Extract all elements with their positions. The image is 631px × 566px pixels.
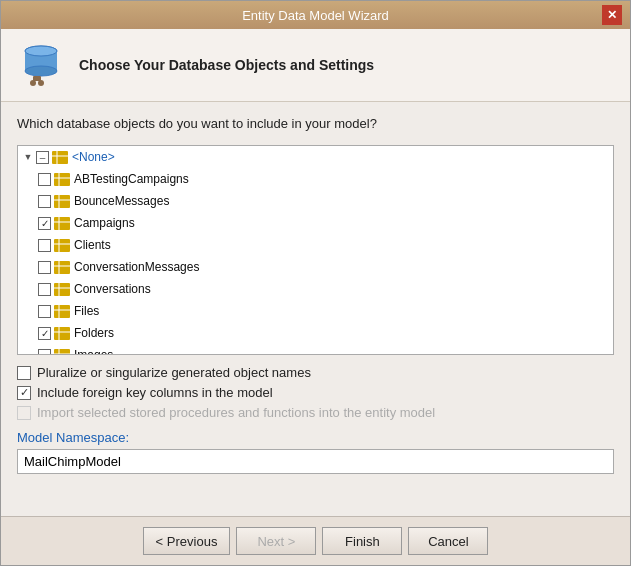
table-icon bbox=[54, 283, 70, 296]
tree-item[interactable]: ConversationMessages bbox=[18, 256, 613, 278]
item-checkbox[interactable] bbox=[38, 283, 51, 296]
table-icon bbox=[54, 261, 70, 274]
foreign-keys-option[interactable]: Include foreign key columns in the model bbox=[17, 385, 614, 400]
finish-button[interactable]: Finish bbox=[322, 527, 402, 555]
tree-item[interactable]: Conversations bbox=[18, 278, 613, 300]
item-name: Images bbox=[74, 348, 113, 355]
item-name: ConversationMessages bbox=[74, 260, 199, 274]
item-name: Campaigns bbox=[74, 216, 135, 230]
wizard-window: Entity Data Model Wizard ✕ Choose Your D… bbox=[0, 0, 631, 566]
foreign-keys-checkbox[interactable] bbox=[17, 386, 31, 400]
table-icon bbox=[54, 327, 70, 340]
item-checkbox[interactable] bbox=[38, 195, 51, 208]
header-section: Choose Your Database Objects and Setting… bbox=[1, 29, 630, 102]
svg-rect-19 bbox=[54, 239, 70, 252]
header-text: Choose Your Database Objects and Setting… bbox=[79, 57, 374, 73]
svg-rect-25 bbox=[54, 283, 70, 296]
object-tree[interactable]: ▼ – <None> bbox=[17, 145, 614, 355]
table-icon bbox=[54, 239, 70, 252]
item-name: Files bbox=[74, 304, 99, 318]
svg-rect-28 bbox=[54, 305, 70, 318]
item-name: Conversations bbox=[74, 282, 151, 296]
section-label: Which database objects do you want to in… bbox=[17, 116, 614, 131]
tree-item[interactable]: BounceMessages bbox=[18, 190, 613, 212]
tree-item[interactable]: Clients bbox=[18, 234, 613, 256]
stored-procs-option: Import selected stored procedures and fu… bbox=[17, 405, 614, 420]
title-bar: Entity Data Model Wizard ✕ bbox=[1, 1, 630, 29]
item-name: BounceMessages bbox=[74, 194, 169, 208]
pluralize-option[interactable]: Pluralize or singularize generated objec… bbox=[17, 365, 614, 380]
tree-item[interactable]: Files bbox=[18, 300, 613, 322]
root-checkbox[interactable]: – bbox=[36, 151, 49, 164]
svg-rect-7 bbox=[52, 151, 68, 164]
tree-item[interactable]: ✓ Folders bbox=[18, 322, 613, 344]
stored-procs-checkbox bbox=[17, 406, 31, 420]
svg-rect-10 bbox=[54, 173, 70, 186]
svg-rect-4 bbox=[33, 76, 41, 81]
next-button[interactable]: Next > bbox=[236, 527, 316, 555]
item-checkbox[interactable] bbox=[38, 305, 51, 318]
item-name: Folders bbox=[74, 326, 114, 340]
close-button[interactable]: ✕ bbox=[602, 5, 622, 25]
tree-root-item[interactable]: ▼ – <None> bbox=[18, 146, 613, 168]
svg-point-3 bbox=[25, 46, 57, 56]
cancel-button[interactable]: Cancel bbox=[408, 527, 488, 555]
previous-button[interactable]: < Previous bbox=[143, 527, 231, 555]
tree-item[interactable]: ABTestingCampaigns bbox=[18, 168, 613, 190]
svg-rect-13 bbox=[54, 195, 70, 208]
svg-rect-16 bbox=[54, 217, 70, 230]
namespace-section: Model Namespace: bbox=[17, 430, 614, 474]
root-label: <None> bbox=[72, 150, 115, 164]
item-checkbox[interactable] bbox=[38, 239, 51, 252]
namespace-input[interactable] bbox=[17, 449, 614, 474]
namespace-label: Model Namespace: bbox=[17, 430, 614, 445]
item-checkbox[interactable] bbox=[38, 173, 51, 186]
tree-item[interactable]: Images bbox=[18, 344, 613, 355]
database-icon bbox=[17, 41, 65, 89]
item-checkbox[interactable] bbox=[38, 261, 51, 274]
svg-point-5 bbox=[30, 80, 36, 86]
window-title: Entity Data Model Wizard bbox=[29, 8, 602, 23]
table-icon bbox=[54, 349, 70, 356]
item-checkbox[interactable]: ✓ bbox=[38, 327, 51, 340]
svg-rect-22 bbox=[54, 261, 70, 274]
pluralize-label: Pluralize or singularize generated objec… bbox=[37, 365, 311, 380]
tree-item[interactable]: ✓ Campaigns bbox=[18, 212, 613, 234]
footer: < Previous Next > Finish Cancel bbox=[1, 516, 630, 565]
tables-icon bbox=[52, 151, 68, 164]
svg-point-2 bbox=[25, 66, 57, 76]
table-icon bbox=[54, 173, 70, 186]
item-checkbox[interactable]: ✓ bbox=[38, 217, 51, 230]
item-name: Clients bbox=[74, 238, 111, 252]
table-icon bbox=[54, 195, 70, 208]
svg-rect-31 bbox=[54, 327, 70, 340]
stored-procs-label: Import selected stored procedures and fu… bbox=[37, 405, 435, 420]
svg-rect-34 bbox=[54, 349, 70, 356]
content-area: Which database objects do you want to in… bbox=[1, 102, 630, 516]
pluralize-checkbox[interactable] bbox=[17, 366, 31, 380]
foreign-keys-label: Include foreign key columns in the model bbox=[37, 385, 273, 400]
svg-point-6 bbox=[38, 80, 44, 86]
expand-arrow[interactable]: ▼ bbox=[22, 151, 34, 163]
table-icon bbox=[54, 217, 70, 230]
item-name: ABTestingCampaigns bbox=[74, 172, 189, 186]
options-section: Pluralize or singularize generated objec… bbox=[17, 365, 614, 420]
item-checkbox[interactable] bbox=[38, 349, 51, 356]
table-icon bbox=[54, 305, 70, 318]
